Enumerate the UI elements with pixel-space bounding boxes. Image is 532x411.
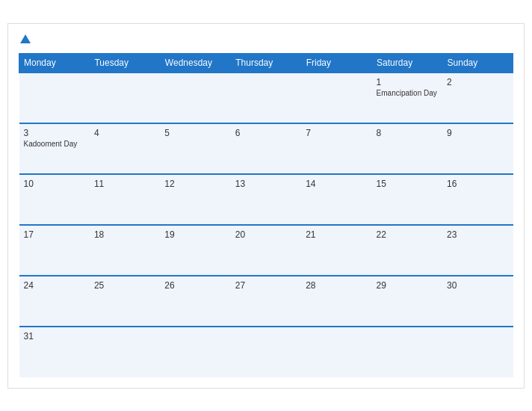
weekday-header-sunday: Sunday	[442, 53, 513, 72]
calendar-header	[19, 31, 513, 47]
weekday-header-tuesday: Tuesday	[90, 53, 160, 72]
calendar-day-cell: 3Kadooment Day	[19, 123, 90, 174]
day-number: 29	[377, 280, 438, 291]
day-number: 28	[306, 280, 367, 291]
calendar-day-cell	[90, 72, 160, 123]
day-number: 22	[377, 229, 438, 240]
day-number: 24	[24, 280, 85, 291]
calendar-day-cell: 11	[90, 174, 160, 225]
calendar-day-cell: 14	[301, 174, 371, 225]
day-number: 4	[94, 128, 155, 138]
day-number: 3	[24, 128, 85, 138]
calendar-day-cell: 1Emancipation Day	[372, 72, 442, 123]
calendar-day-cell	[160, 327, 230, 377]
holiday-label: Kadooment Day	[24, 140, 85, 148]
calendar-day-cell: 4	[90, 123, 160, 174]
day-number: 10	[24, 179, 85, 189]
day-number: 20	[235, 229, 297, 240]
calendar-day-cell: 9	[442, 123, 513, 174]
day-number: 31	[24, 331, 85, 342]
calendar-day-cell: 25	[90, 276, 160, 327]
calendar-day-cell: 16	[442, 174, 513, 225]
holiday-label: Emancipation Day	[377, 89, 438, 97]
calendar-day-cell: 6	[231, 123, 301, 174]
calendar-week-row: 10111213141516	[19, 174, 513, 225]
day-number: 18	[94, 229, 155, 240]
calendar-day-cell: 10	[19, 174, 90, 225]
calendar-day-cell: 22	[372, 225, 442, 276]
day-number: 13	[235, 179, 297, 189]
day-number: 1	[377, 77, 438, 87]
calendar-day-cell: 30	[442, 276, 513, 327]
calendar-day-cell: 27	[231, 276, 301, 327]
day-number: 12	[164, 179, 226, 189]
calendar-day-cell	[90, 327, 160, 377]
day-number: 17	[24, 229, 85, 240]
calendar-day-cell: 8	[372, 123, 442, 174]
weekday-header-friday: Friday	[301, 53, 371, 72]
calendar-day-cell: 2	[442, 72, 513, 123]
calendar-day-cell	[301, 72, 371, 123]
day-number: 14	[306, 179, 367, 189]
calendar-day-cell: 13	[231, 174, 301, 225]
day-number: 16	[447, 179, 508, 189]
calendar-week-row: 17181920212223	[19, 225, 513, 276]
calendar-container: MondayTuesdayWednesdayThursdayFridaySatu…	[7, 23, 525, 389]
day-number: 11	[94, 179, 155, 189]
calendar-day-cell: 21	[301, 225, 371, 276]
day-number: 30	[447, 280, 508, 291]
calendar-day-cell: 24	[19, 276, 90, 327]
day-number: 7	[306, 128, 367, 138]
calendar-day-cell	[301, 327, 371, 377]
day-number: 21	[306, 229, 367, 240]
day-number: 26	[164, 280, 226, 291]
calendar-day-cell: 28	[301, 276, 371, 327]
calendar-week-row: 31	[19, 327, 513, 377]
calendar-day-cell: 12	[160, 174, 230, 225]
calendar-day-cell: 31	[19, 327, 90, 377]
day-number: 8	[377, 128, 438, 138]
calendar-day-cell	[231, 327, 301, 377]
weekday-header-thursday: Thursday	[231, 53, 301, 72]
calendar-week-row: 3Kadooment Day456789	[19, 123, 513, 174]
logo	[19, 34, 31, 44]
calendar-day-cell: 18	[90, 225, 160, 276]
logo-triangle-icon	[20, 34, 31, 43]
calendar-day-cell: 23	[442, 225, 513, 276]
calendar-week-row: 24252627282930	[19, 276, 513, 327]
calendar-day-cell	[160, 72, 230, 123]
calendar-day-cell: 15	[372, 174, 442, 225]
calendar-day-cell: 26	[160, 276, 230, 327]
day-number: 5	[164, 128, 226, 138]
calendar-day-cell: 17	[19, 225, 90, 276]
calendar-day-cell	[231, 72, 301, 123]
calendar-day-cell: 5	[160, 123, 230, 174]
day-number: 6	[235, 128, 297, 138]
calendar-day-cell: 20	[231, 225, 301, 276]
weekday-header-monday: Monday	[19, 53, 90, 72]
calendar-table: MondayTuesdayWednesdayThursdayFridaySatu…	[19, 53, 513, 377]
day-number: 27	[235, 280, 297, 291]
day-number: 23	[447, 229, 508, 240]
weekday-header-saturday: Saturday	[372, 53, 442, 72]
calendar-day-cell: 29	[372, 276, 442, 327]
day-number: 9	[447, 128, 508, 138]
day-number: 15	[377, 179, 438, 189]
calendar-day-cell	[19, 72, 90, 123]
day-number: 25	[94, 280, 155, 291]
weekday-header-row: MondayTuesdayWednesdayThursdayFridaySatu…	[19, 53, 513, 72]
day-number: 2	[447, 77, 508, 87]
weekday-header-wednesday: Wednesday	[160, 53, 230, 72]
calendar-day-cell: 19	[160, 225, 230, 276]
calendar-day-cell	[442, 327, 513, 377]
day-number: 19	[164, 229, 226, 240]
calendar-day-cell	[372, 327, 442, 377]
calendar-day-cell: 7	[301, 123, 371, 174]
calendar-week-row: 1Emancipation Day2	[19, 72, 513, 123]
